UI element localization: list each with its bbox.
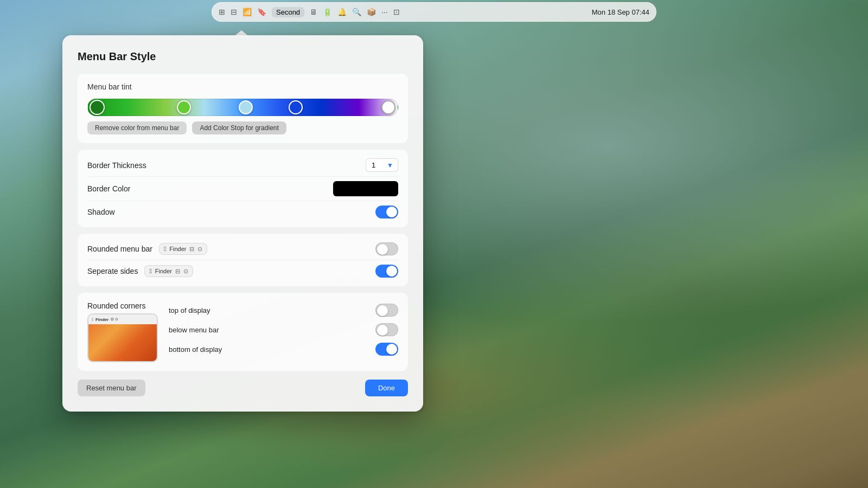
rounded-row-left: Rounded menu bar  Finder ⊟ ⊙ (87, 243, 207, 255)
preview-icon-3: ⊟ (175, 268, 180, 275)
border-thickness-dropdown[interactable]: 1 ▼ (366, 158, 398, 172)
menu-bar-time: Mon 18 Sep 07:44 (592, 8, 649, 16)
separate-sides-label: Seperate sides (87, 267, 138, 275)
below-menu-bar-knob (377, 325, 388, 336)
done-button[interactable]: Done (365, 380, 408, 396)
reset-menu-bar-button[interactable]: Reset menu bar (78, 380, 145, 396)
preview-icon-2: ⊙ (197, 246, 202, 253)
shadow-toggle[interactable] (375, 206, 398, 219)
bottom-display-row: bottom of display (169, 341, 398, 358)
rounded-menu-bar-knob (377, 244, 388, 255)
dialog-footer: Reset menu bar Done (78, 380, 408, 396)
screen-preview:  Finder ⊟ ⊙ (87, 313, 158, 362)
tint-section: Menu bar tint Remove color from menu bar… (78, 74, 408, 143)
bottom-display-toggle[interactable] (375, 343, 398, 356)
color-bar-buttons: Remove color from menu bar Add Color Sto… (87, 121, 398, 134)
color-stop-2[interactable] (177, 100, 191, 114)
preview-finder-text: Finder (169, 246, 186, 252)
shadow-label: Shadow (87, 208, 115, 216)
rounded-menu-bar-row: Rounded menu bar  Finder ⊟ ⊙ (87, 242, 398, 260)
shadow-row: Shadow (87, 201, 398, 219)
bookmark-icon: 🔖 (257, 8, 266, 16)
color-stop-4[interactable] (289, 100, 303, 114)
below-menu-bar-toggle[interactable] (375, 323, 398, 336)
below-menu-bar-row: below menu bar (169, 321, 398, 338)
rounded-menu-bar-label: Rounded menu bar (87, 245, 152, 253)
color-stop-3[interactable] (239, 100, 253, 114)
shadow-toggle-knob (386, 207, 397, 217)
menu-bar: ⊞ ⊟ 📶 🔖 Second 🖥 🔋 🔔 🔍 📦 ··· ⊡ Mon 18 Se… (212, 2, 656, 22)
battery-icon: 🔋 (323, 8, 332, 16)
border-section: Border Thickness 1 ▼ Border Color Shadow (78, 150, 408, 227)
color-bar-container (87, 99, 398, 116)
display-icon: 🖥 (310, 8, 317, 16)
top-display-toggle[interactable] (375, 304, 398, 317)
border-thickness-label: Border Thickness (87, 161, 146, 170)
bottom-display-label: bottom of display (169, 345, 222, 354)
color-stop-1[interactable] (90, 100, 105, 115)
rounded-menu-bar-toggle[interactable] (375, 242, 398, 255)
thickness-value: 1 (372, 161, 375, 169)
dialog-title: Menu Bar Style (78, 50, 408, 63)
top-display-label: top of display (169, 306, 210, 314)
separate-sides-row: Seperate sides  Finder ⊟ ⊙ (87, 260, 398, 278)
color-gradient-bar[interactable] (87, 99, 398, 116)
wifi-icon: 📶 (242, 8, 252, 16)
search-icon: 🔍 (352, 8, 361, 16)
border-color-swatch[interactable] (333, 181, 398, 196)
border-color-row: Border Color (87, 177, 398, 201)
menu-bar-right: Mon 18 Sep 07:44 (592, 8, 649, 16)
add-color-stop-button[interactable]: Add Color Stop for gradient (192, 121, 286, 134)
separate-sides-toggle[interactable] (375, 265, 398, 278)
menu-bar-left: ⊞ ⊟ 📶 🔖 Second 🖥 🔋 🔔 🔍 📦 ··· ⊡ (219, 7, 400, 17)
dropdown-arrow-icon: ▼ (387, 162, 393, 169)
corners-options: top of display below menu bar bottom of … (169, 301, 398, 358)
control-center-icon: ⊡ (393, 8, 400, 16)
preview-finder-text-2: Finder (155, 268, 172, 274)
preview-apple-sm:  (92, 317, 93, 322)
tint-section-title: Menu bar tint (87, 82, 398, 91)
top-display-knob (377, 305, 388, 316)
corners-section: Rounded corners  Finder ⊟ ⊙ top of disp… (78, 293, 408, 371)
more-icon: ··· (381, 8, 388, 16)
border-color-label: Border Color (87, 184, 130, 193)
rounded-menubar-preview:  Finder ⊟ ⊙ (159, 243, 208, 255)
color-stop-5[interactable] (381, 100, 395, 114)
preview-finder-sm: Finder (95, 317, 108, 322)
separate-sides-knob (386, 266, 397, 277)
second-badge: Second (272, 7, 304, 17)
preview-apple-icon-2:  (149, 267, 151, 275)
preview-icons-sm: ⊟ ⊙ (111, 317, 118, 322)
below-menu-bar-label: below menu bar (169, 326, 219, 334)
corners-content: Rounded corners  Finder ⊟ ⊙ top of disp… (87, 301, 398, 362)
preview-apple-icon:  (164, 245, 166, 253)
top-display-row: top of display (169, 301, 398, 319)
preview-icon-1: ⊟ (189, 246, 194, 253)
preview-menubar:  Finder ⊟ ⊙ (88, 314, 157, 324)
menubar-icon-1: ⊞ (219, 8, 225, 16)
preview-wallpaper (88, 324, 157, 362)
bottom-display-knob (386, 344, 397, 355)
remove-color-button[interactable]: Remove color from menu bar (87, 121, 187, 134)
menubar-icon-2: ⊟ (231, 8, 237, 16)
corners-left: Rounded corners  Finder ⊟ ⊙ (87, 301, 158, 362)
corners-title: Rounded corners (87, 301, 145, 310)
dropbox-icon: 📦 (367, 8, 376, 16)
separate-row-left: Seperate sides  Finder ⊟ ⊙ (87, 265, 193, 277)
menu-bar-style-dialog: Menu Bar Style Menu bar tint Remove colo… (62, 35, 423, 412)
preview-icon-4: ⊙ (183, 268, 188, 275)
border-thickness-row: Border Thickness 1 ▼ (87, 158, 398, 177)
bell-icon: 🔔 (337, 8, 347, 16)
rounded-section: Rounded menu bar  Finder ⊟ ⊙ Seperate s… (78, 234, 408, 286)
separate-sides-preview:  Finder ⊟ ⊙ (144, 265, 193, 277)
